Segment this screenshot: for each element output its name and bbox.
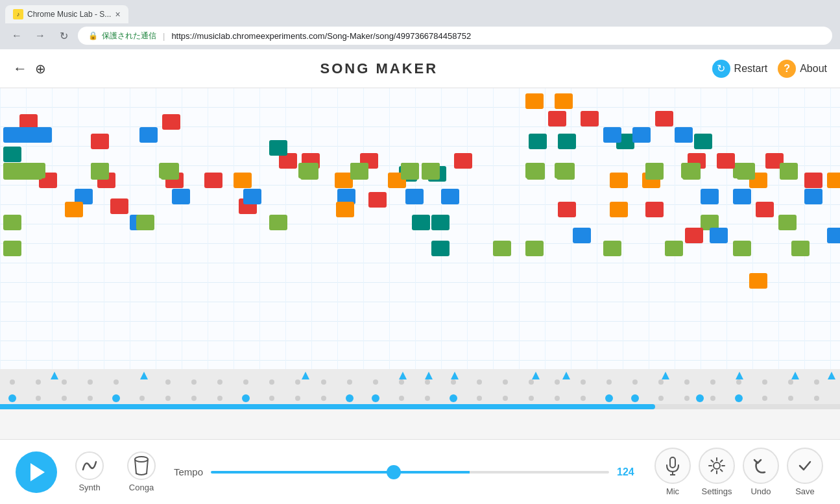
browser-tab[interactable]: ♪ Chrome Music Lab - S... ×: [5, 5, 128, 23]
block-o4[interactable]: [65, 202, 83, 217]
about-button[interactable]: ? About: [778, 60, 827, 78]
block-ur29[interactable]: [778, 215, 797, 230]
block-t2[interactable]: [269, 140, 287, 156]
block-g8[interactable]: [3, 215, 21, 230]
stripe-g13[interactable]: [780, 163, 798, 180]
block-ur32[interactable]: [573, 228, 591, 243]
stripe-g12[interactable]: [737, 163, 755, 180]
url-bar[interactable]: 🔒 保護された通信 | https://musiclab.chromeexper…: [78, 27, 832, 45]
block-t7[interactable]: [431, 241, 450, 256]
reload-button[interactable]: ↻: [54, 27, 73, 45]
block-b2[interactable]: [139, 127, 158, 143]
block-t6[interactable]: [431, 215, 450, 230]
stripe-g4[interactable]: [300, 163, 318, 180]
settings-button[interactable]: Settings: [697, 448, 736, 496]
svg-point-31: [606, 379, 612, 385]
block-ur22[interactable]: [717, 153, 735, 169]
grid-area[interactable]: [0, 88, 840, 439]
restart-button[interactable]: ↻ Restart: [712, 60, 768, 78]
block-ur3[interactable]: [548, 111, 566, 126]
stripe-g3[interactable]: [161, 163, 179, 180]
stripe-g11[interactable]: [682, 163, 701, 180]
block-ur15[interactable]: [603, 127, 621, 143]
block-ur2[interactable]: [555, 93, 573, 109]
synth-button[interactable]: Synth: [70, 451, 109, 492]
block-ur24[interactable]: [804, 173, 822, 188]
block-g13[interactable]: [525, 241, 544, 256]
block-ur41[interactable]: [749, 273, 767, 289]
block-ur18[interactable]: [610, 173, 628, 188]
block-o1[interactable]: [234, 173, 252, 188]
svg-point-74: [735, 394, 743, 402]
block-ur30[interactable]: [558, 202, 576, 217]
block-b4[interactable]: [172, 189, 190, 204]
block-ur16[interactable]: [632, 127, 651, 143]
block-ur9[interactable]: [694, 134, 712, 149]
block-ur25[interactable]: [701, 189, 719, 204]
block-b1[interactable]: [3, 127, 52, 143]
block-ur7[interactable]: [558, 134, 576, 149]
forward-nav-button[interactable]: →: [31, 27, 49, 45]
block-b5[interactable]: [243, 189, 261, 204]
back-nav-button[interactable]: ←: [8, 27, 26, 45]
block-ur6[interactable]: [529, 134, 547, 149]
move-button[interactable]: ⊕: [35, 61, 46, 77]
save-button[interactable]: Save: [786, 448, 824, 496]
block-r2[interactable]: [162, 114, 180, 130]
block-b7[interactable]: [405, 189, 424, 204]
block-b8[interactable]: [441, 189, 459, 204]
stripe-g9[interactable]: [557, 163, 575, 180]
stripe-g6[interactable]: [401, 163, 419, 180]
progress-bar-container[interactable]: [0, 404, 840, 409]
block-ur34[interactable]: [685, 228, 703, 243]
svg-point-0: [10, 379, 15, 385]
block-r13[interactable]: [368, 192, 387, 208]
block-r11[interactable]: [110, 198, 128, 214]
block-ur31[interactable]: [645, 202, 664, 217]
block-r8[interactable]: [204, 173, 222, 188]
stripe-g8[interactable]: [527, 163, 545, 180]
right-controls: Mic Settings: [653, 448, 824, 496]
block-g11[interactable]: [3, 241, 21, 256]
block-ur38[interactable]: [733, 241, 751, 256]
block-g10[interactable]: [269, 215, 287, 230]
block-g12[interactable]: [493, 241, 511, 256]
svg-point-24: [477, 379, 482, 385]
block-ur42[interactable]: [827, 173, 840, 188]
stripe-g2[interactable]: [91, 163, 109, 180]
block-ur40[interactable]: [756, 202, 774, 217]
mic-button[interactable]: Mic: [653, 448, 692, 496]
stripe-g5[interactable]: [350, 163, 368, 180]
block-ur1[interactable]: [525, 93, 544, 109]
svg-marker-26: [532, 372, 540, 379]
block-r14[interactable]: [454, 153, 472, 169]
block-o5[interactable]: [336, 202, 354, 217]
beat-markers: [0, 369, 840, 387]
song-grid[interactable]: [0, 88, 840, 387]
stripe-g1[interactable]: [3, 163, 42, 180]
block-ur43[interactable]: [827, 228, 840, 243]
block-ur17[interactable]: [675, 127, 693, 143]
block-ur27[interactable]: [804, 189, 822, 204]
stripe-g7[interactable]: [422, 163, 440, 180]
block-ur4[interactable]: [581, 111, 599, 126]
block-t5[interactable]: [412, 215, 430, 230]
block-ur37[interactable]: [665, 241, 683, 256]
block-ur36[interactable]: [603, 241, 621, 256]
block-ur39[interactable]: [791, 241, 810, 256]
block-g9[interactable]: [136, 215, 154, 230]
back-button[interactable]: ←: [13, 60, 27, 77]
tempo-slider[interactable]: [211, 471, 609, 474]
svg-marker-40: [791, 372, 799, 379]
stripe-g10[interactable]: [645, 163, 664, 180]
block-t1[interactable]: [3, 147, 21, 162]
block-r3[interactable]: [91, 134, 109, 149]
block-ur26[interactable]: [733, 189, 751, 204]
block-ur33[interactable]: [710, 228, 728, 243]
block-ur35[interactable]: [610, 202, 628, 217]
undo-button[interactable]: Undo: [741, 448, 780, 496]
block-ur5[interactable]: [655, 111, 673, 126]
play-button[interactable]: [16, 451, 57, 493]
tab-close-button[interactable]: ×: [115, 9, 120, 19]
conga-button[interactable]: Conga: [122, 451, 161, 492]
